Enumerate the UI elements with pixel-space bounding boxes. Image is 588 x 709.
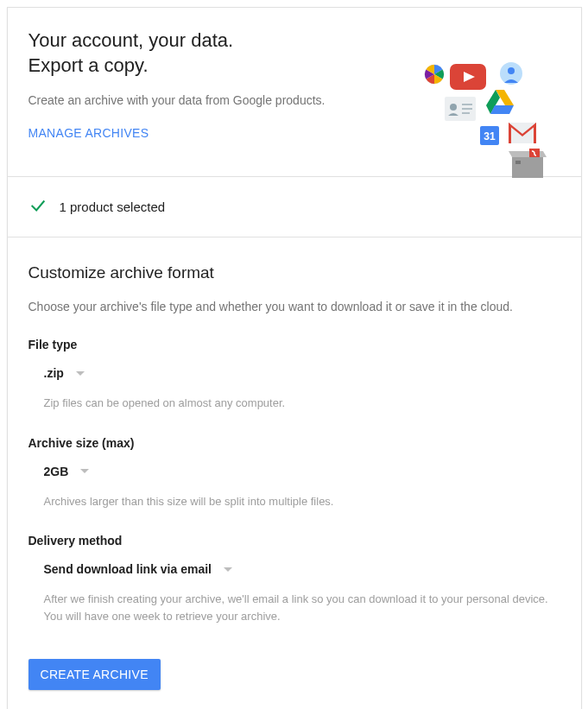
svg-rect-8 bbox=[462, 108, 472, 110]
contacts-card-icon bbox=[445, 97, 476, 124]
selected-products-row[interactable]: 1 product selected bbox=[8, 177, 581, 237]
svg-rect-9 bbox=[462, 112, 470, 114]
title-line-1: Your account, your data. bbox=[28, 29, 234, 51]
file-type-dropdown[interactable]: .zip bbox=[28, 366, 85, 380]
archive-size-help: Archives larger than this size will be s… bbox=[28, 493, 560, 510]
file-type-help: Zip files can be opened on almost any co… bbox=[28, 395, 560, 412]
takeout-card: Your account, your data. Export a copy. … bbox=[7, 7, 582, 709]
svg-point-6 bbox=[450, 104, 457, 111]
title-line-2: Export a copy. bbox=[28, 54, 149, 76]
archive-size-field: Archive size (max) 2GB Archives larger t… bbox=[28, 436, 560, 510]
create-archive-button[interactable]: CREATE ARCHIVE bbox=[28, 659, 161, 690]
archive-box-icon bbox=[509, 149, 547, 183]
file-type-field: File type .zip Zip files can be opened o… bbox=[28, 338, 560, 412]
checkmark-icon bbox=[28, 196, 47, 218]
svg-rect-19 bbox=[512, 157, 543, 178]
svg-rect-7 bbox=[462, 104, 472, 105]
calendar-icon: 31 bbox=[480, 126, 499, 149]
chevron-down-icon bbox=[80, 469, 89, 473]
file-type-label: File type bbox=[28, 338, 560, 351]
archive-size-value: 2GB bbox=[44, 465, 69, 478]
product-icon-cluster: 31 bbox=[424, 55, 562, 185]
file-type-value: .zip bbox=[44, 366, 64, 380]
drive-icon bbox=[486, 90, 514, 117]
svg-marker-18 bbox=[534, 123, 536, 143]
delivery-method-label: Delivery method bbox=[28, 534, 560, 548]
youtube-icon bbox=[450, 64, 486, 93]
customize-desc: Choose your archive's file type and whet… bbox=[28, 300, 560, 313]
svg-marker-20 bbox=[509, 151, 547, 157]
gmail-icon bbox=[509, 123, 536, 147]
chevron-down-icon bbox=[76, 371, 85, 376]
photos-icon bbox=[424, 64, 445, 88]
delivery-method-help: After we finish creating your archive, w… bbox=[28, 591, 560, 624]
chevron-down-icon bbox=[224, 567, 232, 572]
delivery-method-field: Delivery method Send download link via e… bbox=[28, 534, 560, 624]
customize-title: Customize archive format bbox=[28, 263, 560, 282]
archive-size-label: Archive size (max) bbox=[28, 436, 560, 450]
svg-text:31: 31 bbox=[484, 130, 496, 142]
manage-archives-link[interactable]: MANAGE ARCHIVES bbox=[28, 126, 149, 140]
delivery-method-dropdown[interactable]: Send download link via email bbox=[28, 562, 233, 576]
header-section: Your account, your data. Export a copy. … bbox=[8, 8, 581, 177]
selected-products-text: 1 product selected bbox=[60, 199, 166, 214]
svg-point-4 bbox=[508, 67, 515, 74]
delivery-method-value: Send download link via email bbox=[44, 562, 212, 576]
svg-rect-22 bbox=[515, 161, 521, 164]
svg-marker-17 bbox=[509, 123, 511, 143]
archive-size-dropdown[interactable]: 2GB bbox=[28, 465, 90, 478]
avatar-icon bbox=[500, 62, 522, 88]
customize-section: Customize archive format Choose your arc… bbox=[8, 237, 581, 709]
svg-rect-15 bbox=[509, 123, 536, 143]
